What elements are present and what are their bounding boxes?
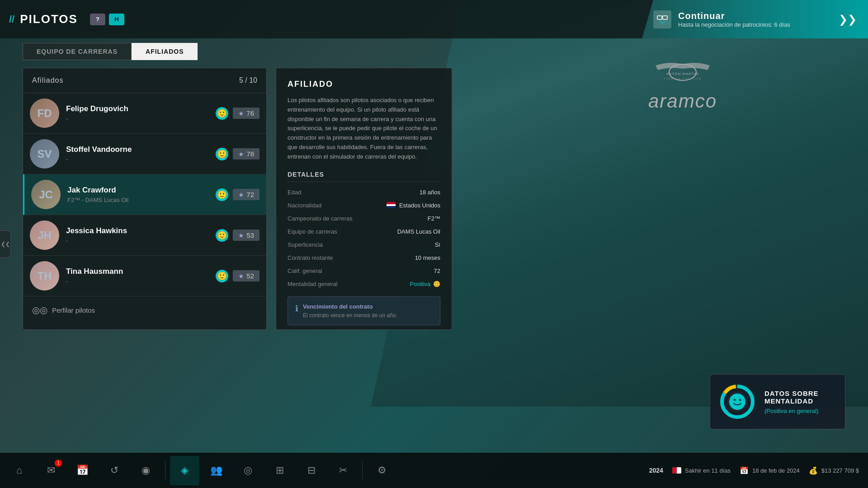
main-content: Afiliados 5 / 10 FD Felipe Drugovich - 🙂… [23, 68, 452, 330]
pilot-item-drugovich[interactable]: FD Felipe Drugovich - 🙂 ★ 76 [23, 93, 266, 134]
page-title: PILOTOS [20, 12, 78, 26]
pilot-item-crawford[interactable]: JC Jak Crawford F2™ - DAMS Lucas Oil 🙂 ★… [23, 174, 266, 215]
mentality-emoji: 🙂 [433, 281, 440, 287]
panel-count: 5 / 10 [239, 76, 257, 84]
rating-crawford: ★ 72 [233, 189, 259, 200]
nav-home[interactable]: ⌂ [5, 456, 34, 485]
nav-settings[interactable]: ⚙ [367, 456, 396, 485]
value-superlicense: Sí [435, 241, 440, 248]
continue-text: Continuar Hasta la negociación de patroc… [678, 11, 790, 28]
nav-calendar[interactable]: 📅 [68, 456, 97, 485]
tab-afiliados[interactable]: AFILIADOS [132, 43, 198, 60]
avatar-crawford: JC [31, 180, 61, 209]
panel-header: Afiliados 5 / 10 [23, 68, 266, 93]
value-team: DAMS Lucas Oil [397, 228, 440, 235]
nav-setup[interactable]: ◎ [233, 456, 263, 485]
details-subsection-title: DETALLES [288, 171, 440, 182]
page-title-area: // PILOTOS ? H [9, 12, 124, 26]
rating-vandoorne: ★ 78 [233, 148, 259, 160]
tabs: EQUIPO DE CARRERAS AFILIADOS [23, 43, 198, 60]
data-icon: ⊟ [307, 465, 316, 476]
detail-row-edad: Edad 18 años [288, 189, 440, 196]
mood-icon-crawford: 🙂 [216, 188, 228, 201]
continue-subtitle: Hasta la negociación de patrocinios: 6 d… [678, 21, 790, 28]
pilot-item-hawkins[interactable]: JH Jessica Hawkins - 🙂 ★ 53 [23, 215, 266, 256]
nav-extra[interactable]: ✂ [328, 456, 358, 485]
nav-team[interactable]: 👥 [202, 456, 231, 485]
profile-pilots-label: Perfilar pilotos [52, 306, 95, 314]
pilot-item-vandoorne[interactable]: SV Stoffel Vandoorne - 🙂 ★ 78 [23, 134, 266, 174]
pilot-item-hausmann[interactable]: TH Tina Hausmann - 🙂 ★ 52 [23, 256, 266, 296]
warning-text: El contrato vence en menos de un año. [303, 312, 397, 319]
pilot-name-hawkins: Jessica Hawkins [66, 226, 209, 235]
label-edad: Edad [288, 189, 301, 196]
mood-icon-drugovich: 🙂 [216, 107, 228, 120]
avatar-hawkins: JH [30, 221, 59, 250]
date-text: 18 de feb de 2024 [752, 467, 800, 474]
value-mentality: Positiva 🙂 [410, 281, 440, 287]
pilot-name-drugovich: Felipe Drugovich [66, 104, 209, 113]
continue-icon [653, 10, 671, 28]
value-rating: 72 [434, 267, 440, 274]
nav-race[interactable]: ◉ [131, 456, 160, 485]
mentality-text-value: Positiva [410, 281, 430, 287]
nav-finance[interactable]: ⊞ [265, 456, 294, 485]
label-superlicense: Superlicencia [288, 241, 323, 248]
settings-icon: ⚙ [377, 465, 387, 476]
nav-messages[interactable]: ✉ 1 [36, 456, 66, 485]
star-icon-4: ★ [238, 232, 244, 239]
value-contract: 10 meses [415, 254, 440, 261]
affiliates-list-panel: Afiliados 5 / 10 FD Felipe Drugovich - 🙂… [23, 68, 267, 330]
svg-point-11 [734, 399, 736, 401]
year-text: 2024 [649, 467, 663, 474]
pilotos-icon: // [9, 14, 14, 25]
profile-pilots-icon: ◎◎ [32, 305, 47, 315]
nav-pilots[interactable]: ◈ [170, 456, 199, 485]
detail-panel: AFILIADO Los pilotos afiliados son pilot… [276, 68, 452, 330]
star-icon-5: ★ [238, 272, 244, 280]
label-mentality: Mentalidad general [288, 281, 338, 287]
svg-point-10 [729, 394, 745, 410]
label-team: Equipo de carreras [288, 228, 337, 235]
race-icon: ◉ [142, 465, 150, 476]
status-year: 2024 [649, 467, 663, 474]
pilot-stats-hawkins: 🙂 ★ 53 [216, 229, 259, 242]
svg-text:FORMULA ONE TEAM: FORMULA ONE TEAM [664, 77, 702, 80]
finance-icon: ⊞ [276, 465, 284, 476]
value-championship: F2™ [428, 215, 440, 222]
pilot-team-drugovich: - [66, 115, 209, 122]
header-badges: ? H [90, 14, 124, 25]
profile-pilots-link[interactable]: ◎◎ Perfilar pilotos [23, 296, 266, 324]
warning-content: Vencimiento del contrato El contrato ven… [303, 303, 397, 319]
pilot-team-hawkins: - [66, 237, 209, 244]
collapse-arrow[interactable]: ❮❮ [0, 230, 11, 258]
help-badge[interactable]: ? [90, 14, 105, 25]
rating-drugovich: ★ 76 [233, 108, 259, 119]
label-contract: Contrato restante [288, 254, 333, 261]
status-money: 💰 $13 227 709 $ [809, 466, 859, 475]
detail-row-superlicense: Superlicencia Sí [288, 241, 440, 248]
detail-row-team: Equipo de carreras DAMS Lucas Oil [288, 228, 440, 235]
rating-hawkins: ★ 53 [233, 230, 259, 241]
money-text: $13 227 709 $ [821, 467, 859, 474]
nav-strategy[interactable]: ↺ [99, 456, 129, 485]
detail-section-title: AFILIADO [288, 80, 440, 89]
avatar-vandoorne: SV [30, 139, 59, 169]
nav-data[interactable]: ⊟ [297, 456, 326, 485]
logo-svg: ASTON MARTIN FORMULA ONE TEAM [646, 59, 719, 86]
pilot-stats-drugovich: 🙂 ★ 76 [216, 107, 259, 120]
continue-button[interactable]: Continuar Hasta la negociación de patroc… [642, 0, 868, 38]
label-championship: Campeonato de carreras [288, 215, 353, 222]
strategy-icon: ↺ [110, 465, 118, 476]
tab-equipo-carreras[interactable]: EQUIPO DE CARRERAS [23, 43, 132, 60]
home-icon: ⌂ [16, 465, 22, 476]
pilot-info-drugovich: Felipe Drugovich - [66, 104, 209, 122]
hotkey-badge[interactable]: H [109, 14, 124, 25]
pilot-name-vandoorne: Stoffel Vandoorne [66, 145, 209, 154]
setup-icon: ◎ [244, 465, 252, 476]
detail-description: Los pilotos afiliados son pilotos asocia… [288, 96, 440, 162]
pilot-team-crawford: F2™ - DAMS Lucas Oil [67, 197, 209, 203]
location-text: Sakhir en 11 días [685, 467, 731, 474]
team-icon: 👥 [210, 465, 222, 476]
pilots-icon: ◈ [181, 465, 189, 476]
